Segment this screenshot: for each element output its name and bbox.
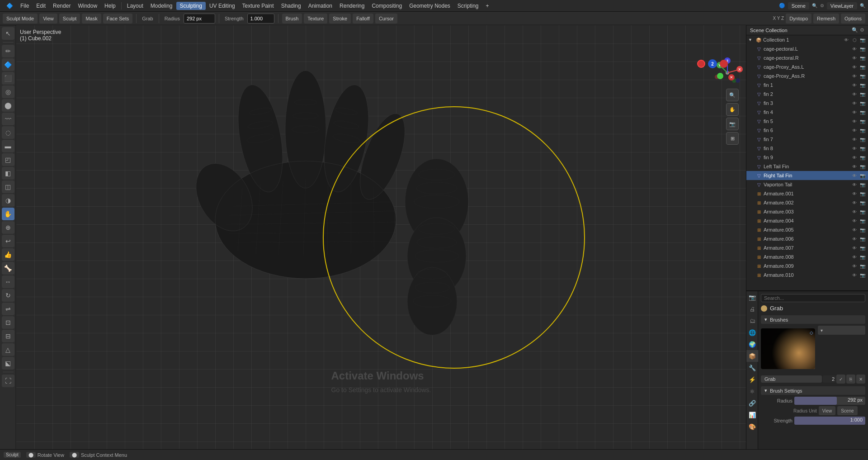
tool-cloth[interactable]: ⊟ xyxy=(2,330,14,342)
prop-icon-physics[interactable]: ⚛ xyxy=(746,385,758,397)
menu-edit[interactable]: Edit xyxy=(33,2,49,10)
strength-bar[interactable]: 1.000 ✏ xyxy=(794,417,865,425)
tool-inflate[interactable]: ◎ xyxy=(2,85,14,98)
tool-blob[interactable]: ⬤ xyxy=(2,99,14,112)
prop-icon-output[interactable]: 🖨 xyxy=(746,303,758,315)
outliner-item-fin7[interactable]: ▽ fin 7 👁 📷 xyxy=(746,135,868,144)
outliner-item-right-tail-fin[interactable]: ▽ Right Tail Fin 👁 📷 xyxy=(746,171,868,180)
outliner-item-armature007[interactable]: ⊞ Armature.007 👁 📷 xyxy=(746,243,868,252)
mode-dropdown[interactable]: Sculpt Mode xyxy=(3,14,38,24)
outliner-item-fin1[interactable]: ▽ fin 1 👁 📷 xyxy=(746,81,868,90)
texture-dropdown[interactable]: Texture xyxy=(304,14,327,24)
outliner-filter-icon[interactable]: 🔍 xyxy=(852,27,858,33)
tab-layout[interactable]: Layout xyxy=(123,2,147,10)
outliner-item-armature004[interactable]: ⊞ Armature.004 👁 📷 xyxy=(746,216,868,225)
prop-icon-particles[interactable]: ⚡ xyxy=(746,374,758,385)
tool-flatten[interactable]: ▬ xyxy=(2,140,14,152)
outliner-item-armature003[interactable]: ⊞ Armature.003 👁 📷 xyxy=(746,207,868,216)
brush-expand-btn[interactable]: ▾ xyxy=(818,326,865,335)
prop-icon-world[interactable]: 🌍 xyxy=(746,338,758,350)
brush-check-btn[interactable]: ✓ xyxy=(836,375,845,384)
tab-rendering[interactable]: Rendering xyxy=(336,2,368,10)
prop-icon-modifier[interactable]: 🔧 xyxy=(746,362,758,374)
col1-sel[interactable]: ⬡ xyxy=(851,36,858,43)
menu-file[interactable]: File xyxy=(17,2,33,10)
tool-pinch[interactable]: ◑ xyxy=(2,194,14,207)
tool-fill[interactable]: ◰ xyxy=(2,153,14,166)
outliner-item-cage-pect-r[interactable]: ▽ cage-pectoral.R 👁 📷 xyxy=(746,53,868,62)
outliner-item-fin4[interactable]: ▽ fin 4 👁 📷 xyxy=(746,108,868,117)
tool-transform[interactable]: ⛶ xyxy=(2,375,14,387)
prop-icon-scene[interactable]: 🌐 xyxy=(746,327,758,338)
outliner-item-fin5[interactable]: ▽ fin 5 👁 📷 xyxy=(746,117,868,126)
outliner-item-fin3[interactable]: ▽ fin 3 👁 📷 xyxy=(746,99,868,108)
brush-settings-section-header[interactable]: Brush Settings xyxy=(761,386,865,395)
menu-help[interactable]: Help xyxy=(101,2,119,10)
radius-bar[interactable]: 292 px ✏ xyxy=(794,397,865,405)
stroke-dropdown[interactable]: Stroke xyxy=(329,14,351,24)
prop-icon-data[interactable]: 📊 xyxy=(746,409,758,421)
outliner-item-armature005[interactable]: ⊞ Armature.005 👁 📷 xyxy=(746,225,868,234)
tab-shading[interactable]: Shading xyxy=(278,2,305,10)
mask-btn[interactable]: Mask xyxy=(82,14,101,24)
tab-geometry-nodes[interactable]: Geometry Nodes xyxy=(406,2,454,10)
options-btn[interactable]: Options xyxy=(841,14,865,24)
outliner-item-armature002[interactable]: ⊞ Armature.002 👁 📷 xyxy=(746,198,868,207)
tab-scripting[interactable]: Scripting xyxy=(454,2,482,10)
cursor-dropdown[interactable]: Cursor xyxy=(375,14,397,24)
outliner-item-cage-proxy-l[interactable]: ▽ cage-Proxy_Ass.L 👁 📷 xyxy=(746,62,868,71)
radius-scene-btn[interactable]: Scene xyxy=(837,406,857,415)
cpectl-vis[interactable]: 👁 xyxy=(851,45,858,52)
sculpt-btn[interactable]: Sculpt xyxy=(59,14,80,24)
face-sets-btn[interactable]: Face Sets xyxy=(103,14,133,24)
outliner-item-armature008[interactable]: ⊞ Armature.008 👁 📷 xyxy=(746,252,868,261)
tool-nudge[interactable]: ↔ xyxy=(2,275,14,288)
outliner-item-armature006[interactable]: ⊞ Armature.006 👁 📷 xyxy=(746,234,868,243)
tool-multiplane-scrape[interactable]: ◫ xyxy=(2,180,14,193)
menu-render[interactable]: Render xyxy=(49,2,74,10)
outliner-item-cage-pect-l[interactable]: ▽ cage-pectoral.L 👁 📷 xyxy=(746,44,868,53)
viewport[interactable]: User Perspective (1) Cube.002 xyxy=(16,25,746,449)
outliner-item-armature010[interactable]: ⊞ Armature.010 👁 📷 xyxy=(746,270,868,280)
tab-sculpting[interactable]: Sculpting xyxy=(176,2,206,10)
tool-mask[interactable]: ⬕ xyxy=(2,357,14,370)
tool-cursor[interactable]: ↖ xyxy=(2,27,14,40)
tool-simplify[interactable]: △ xyxy=(2,343,14,356)
prop-icon-material[interactable]: 🎨 xyxy=(746,421,758,432)
remesh-btn[interactable]: Remesh xyxy=(813,14,839,24)
tool-elastic-deform[interactable]: ⊕ xyxy=(2,221,14,234)
tab-uv-editing[interactable]: UV Editing xyxy=(206,2,239,10)
cpectl-ren[interactable]: 📷 xyxy=(859,45,866,52)
falloff-dropdown[interactable]: Falloff xyxy=(353,14,373,24)
strength-edit-icon[interactable]: ✏ xyxy=(852,417,855,422)
radius-edit-icon[interactable]: ✏ xyxy=(852,397,855,402)
tab-modeling[interactable]: Modeling xyxy=(147,2,176,10)
view-btn[interactable]: View xyxy=(39,14,57,24)
radius-input[interactable] xyxy=(184,14,215,24)
outliner-item-cage-proxy-r[interactable]: ▽ cage-Proxy_Ass.R 👁 📷 xyxy=(746,71,868,81)
prop-icon-render[interactable]: 📷 xyxy=(746,291,758,303)
radius-view-btn[interactable]: View xyxy=(819,406,836,415)
tool-draw[interactable]: ✏ xyxy=(2,45,14,57)
tool-clay[interactable]: 🔷 xyxy=(2,58,14,71)
tool-snake-hook[interactable]: ↩ xyxy=(2,235,14,247)
brush-delete-btn[interactable]: ✕ xyxy=(856,375,865,384)
tab-add[interactable]: + xyxy=(482,2,493,10)
vc-camera[interactable]: 📷 xyxy=(726,118,739,130)
tab-animation[interactable]: Animation xyxy=(305,2,336,10)
tool-grab[interactable]: ✋ xyxy=(2,208,14,220)
outliner-item-fin9[interactable]: ▽ fin 9 👁 📷 xyxy=(746,153,868,162)
vc-grid[interactable]: ⊞ xyxy=(726,132,739,145)
col1-render[interactable]: 📷 xyxy=(859,36,866,43)
dyntopo-btn[interactable]: Dyntopo xyxy=(786,14,811,24)
tool-thumb[interactable]: 👍 xyxy=(2,248,14,261)
tool-boundary[interactable]: ⊡ xyxy=(2,316,14,329)
tool-pose[interactable]: 🦴 xyxy=(2,262,14,275)
outliner-item-left-tail-fin[interactable]: ▽ Left Tail Fin 👁 📷 xyxy=(746,162,868,171)
outliner-item-fin2[interactable]: ▽ fin 2 👁 📷 xyxy=(746,90,868,99)
strength-input[interactable] xyxy=(247,14,274,24)
tool-clay-strips[interactable]: ⬛ xyxy=(2,72,14,85)
blender-logo[interactable]: 🔷 xyxy=(3,2,17,10)
brushes-section-header[interactable]: Brushes xyxy=(761,315,865,324)
outliner-item-fin6[interactable]: ▽ fin 6 👁 📷 xyxy=(746,126,868,135)
